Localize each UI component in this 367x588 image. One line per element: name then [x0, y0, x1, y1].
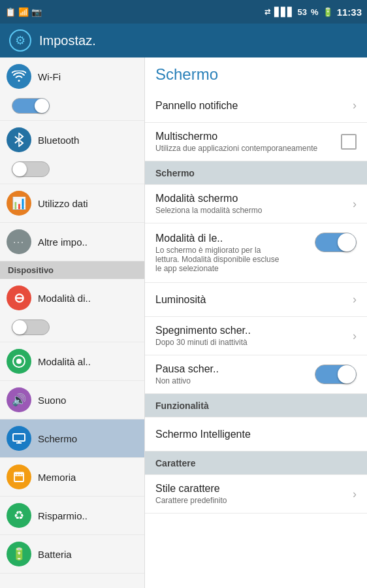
sidebar-item-wifi[interactable]: Wi-Fi: [0, 57, 144, 121]
battery-percentage: 53: [298, 7, 307, 17]
modalita-schermo-subtitle: Seleziona la modalità schermo: [155, 206, 347, 215]
content-item-stile-carattere[interactable]: Stile carattere Carattere predefinito ›: [145, 475, 367, 514]
content-item-schermo-intelligente[interactable]: Schermo Intelligente: [145, 417, 367, 451]
bluetooth-toggle[interactable]: [12, 161, 50, 177]
section-carattere: Carattere: [145, 451, 367, 475]
status-bar: 📋 📶 📷 ⇄ ▋▋▋ 53% 🔋 11:33: [0, 0, 367, 24]
camera-icon: 📷: [31, 7, 42, 17]
status-right: ⇄ ▋▋▋ 53% 🔋 11:33: [264, 7, 362, 18]
data-label: Utilizzo dati: [38, 198, 88, 209]
top-bar: ⚙ Impostaz.: [0, 24, 367, 57]
multischermo-checkbox[interactable]: [341, 134, 357, 150]
sync-icon: ⇄: [264, 8, 270, 16]
content-item-multischermo[interactable]: Multischermo Utilizza due applicazioni c…: [145, 123, 367, 161]
luminosita-chevron: ›: [353, 293, 357, 306]
battery-icon: 🔋: [7, 542, 31, 566]
stile-carattere-subtitle: Carattere predefinito: [155, 496, 347, 505]
spegnimento-subtitle: Dopo 30 minuti di inattività: [155, 338, 347, 347]
modalita-di-label: Modalità di..: [38, 293, 91, 304]
schermo-intelligente-title: Schermo Intelligente: [155, 429, 357, 440]
bluetooth-toggle-knob: [12, 162, 27, 176]
sidebar-item-risparmio[interactable]: ♻ Risparmio..: [0, 497, 144, 535]
stile-carattere-title: Stile carattere: [155, 483, 347, 495]
content-item-modalita-schermo[interactable]: Modalità schermo Seleziona la modalità s…: [145, 185, 367, 223]
svg-rect-4: [13, 434, 25, 441]
sidebar-item-bluetooth[interactable]: Bluetooth: [0, 121, 144, 184]
sidebar: Wi-Fi Bluetooth: [0, 57, 145, 588]
pausa-toggle[interactable]: [315, 365, 357, 384]
multischermo-title: Multischermo: [155, 131, 336, 142]
sidebar-item-modalita-al[interactable]: Modalità al..: [0, 342, 144, 381]
spegnimento-text: Spegnimento scher.. Dopo 30 minuti di in…: [155, 325, 347, 347]
screen-icon: [7, 426, 31, 451]
modalita-lettura-toggle[interactable]: [315, 233, 357, 252]
wifi-status-icon: 📶: [18, 7, 29, 17]
pausa-subtitle: Non attivo: [155, 376, 310, 385]
pannello-text: Pannello notifiche: [155, 100, 347, 112]
sidebar-item-other[interactable]: ··· Altre impo..: [0, 223, 144, 261]
memory-icon: [7, 465, 31, 489]
drive-icon: [7, 349, 31, 374]
modalita-schermo-title: Modalità schermo: [155, 193, 347, 204]
sidebar-item-data[interactable]: 📊 Utilizzo dati: [0, 184, 144, 223]
memoria-label: Memoria: [38, 472, 76, 483]
wifi-label: Wi-Fi: [38, 71, 61, 82]
content-item-spegnimento[interactable]: Spegnimento scher.. Dopo 30 minuti di in…: [145, 317, 367, 355]
modalita-al-label: Modalità al..: [38, 356, 91, 367]
stile-carattere-text: Stile carattere Carattere predefinito: [155, 483, 347, 505]
batteria-label: Batteria: [38, 549, 72, 560]
sidebar-item-schermo[interactable]: Schermo: [0, 419, 144, 458]
modalita-schermo-chevron: ›: [353, 197, 357, 211]
main-layout: Wi-Fi Bluetooth: [0, 57, 367, 588]
multischermo-subtitle: Utilizza due applicazioni contemporaneam…: [155, 144, 336, 153]
modalita-lettura-subtitle: Lo schermo è migliorato per la lettura. …: [155, 246, 286, 273]
time: 11:33: [337, 7, 362, 18]
wifi-toggle[interactable]: [12, 98, 50, 114]
suono-label: Suono: [38, 395, 66, 406]
device-section-header: Dispositivo: [0, 261, 144, 279]
more-icon: ···: [7, 229, 31, 254]
content-title: Schermo: [145, 57, 367, 89]
sidebar-item-suono[interactable]: 🔊 Suono: [0, 381, 144, 419]
modalita-di-toggle[interactable]: [12, 319, 50, 335]
pausa-title: Pausa scher..: [155, 363, 310, 375]
data-icon: 📊: [7, 191, 31, 216]
svg-point-3: [16, 359, 22, 364]
battery-icon: 🔋: [323, 7, 333, 17]
stile-carattere-chevron: ›: [353, 487, 357, 501]
content-item-luminosita[interactable]: Luminosità ›: [145, 283, 367, 317]
schermo-intelligente-text: Schermo Intelligente: [155, 429, 357, 440]
schermo-label: Schermo: [38, 433, 77, 444]
bluetooth-label: Bluetooth: [38, 135, 79, 146]
other-label: Altre impo..: [38, 237, 88, 248]
wifi-icon: [7, 64, 31, 89]
section-schermo: Schermo: [145, 161, 367, 185]
pannello-chevron: ›: [353, 99, 357, 112]
luminosita-text: Luminosità: [155, 294, 347, 306]
spegnimento-chevron: ›: [353, 329, 357, 343]
sidebar-item-batteria[interactable]: 🔋 Batteria: [0, 535, 144, 574]
notification-icon: 📋: [5, 7, 16, 17]
signal-bars: ▋▋▋: [274, 7, 294, 17]
bluetooth-icon: [7, 127, 31, 152]
wifi-toggle-knob: [35, 99, 49, 113]
content-item-pausa[interactable]: Pausa scher.. Non attivo: [145, 355, 367, 394]
content-item-modalita-lettura[interactable]: Modalità di le.. Lo schermo è migliorato…: [145, 223, 367, 283]
content-panel: Schermo Pannello notifiche › Multischerm…: [145, 57, 367, 588]
section-funzionalita-label: Funzionalità: [155, 400, 209, 411]
modalita-lettura-text: Modalità di le.. Lo schermo è migliorato…: [155, 233, 310, 273]
save-icon: ♻: [7, 503, 31, 528]
risparmio-label: Risparmio..: [38, 510, 88, 521]
luminosita-title: Luminosità: [155, 294, 347, 306]
pausa-text: Pausa scher.. Non attivo: [155, 363, 310, 385]
settings-icon: ⚙: [9, 29, 31, 52]
multischermo-text: Multischermo Utilizza due applicazioni c…: [155, 131, 336, 153]
content-item-pannello[interactable]: Pannello notifiche ›: [145, 89, 367, 123]
mode-icon: ⊖: [7, 286, 31, 310]
section-carattere-label: Carattere: [155, 458, 195, 468]
modalita-di-toggle-knob: [12, 320, 27, 335]
sidebar-item-memoria[interactable]: Memoria: [0, 458, 144, 497]
modalita-lettura-title: Modalità di le..: [155, 233, 310, 244]
sidebar-item-modalita-di[interactable]: ⊖ Modalità di..: [0, 279, 144, 342]
spegnimento-title: Spegnimento scher..: [155, 325, 347, 336]
